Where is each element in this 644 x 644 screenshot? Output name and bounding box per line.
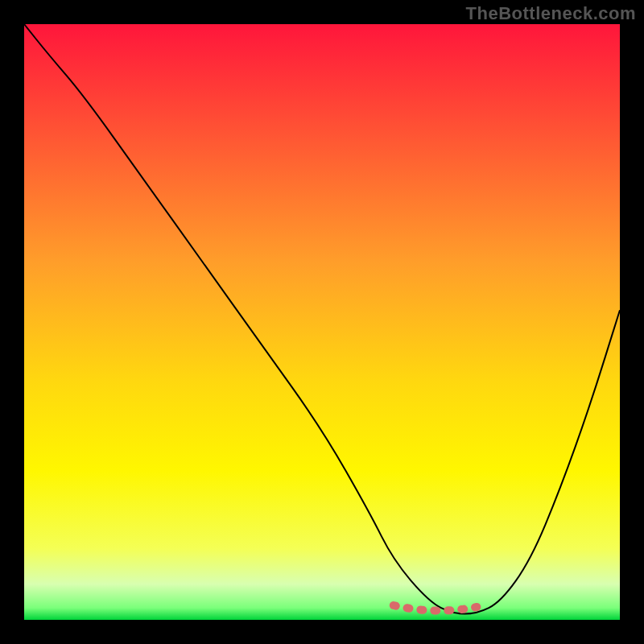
plot-area <box>24 24 620 620</box>
plot-background <box>24 24 620 620</box>
chart-svg <box>24 24 620 620</box>
chart-container: TheBottleneck.com <box>0 0 644 644</box>
watermark-text: TheBottleneck.com <box>466 3 636 24</box>
